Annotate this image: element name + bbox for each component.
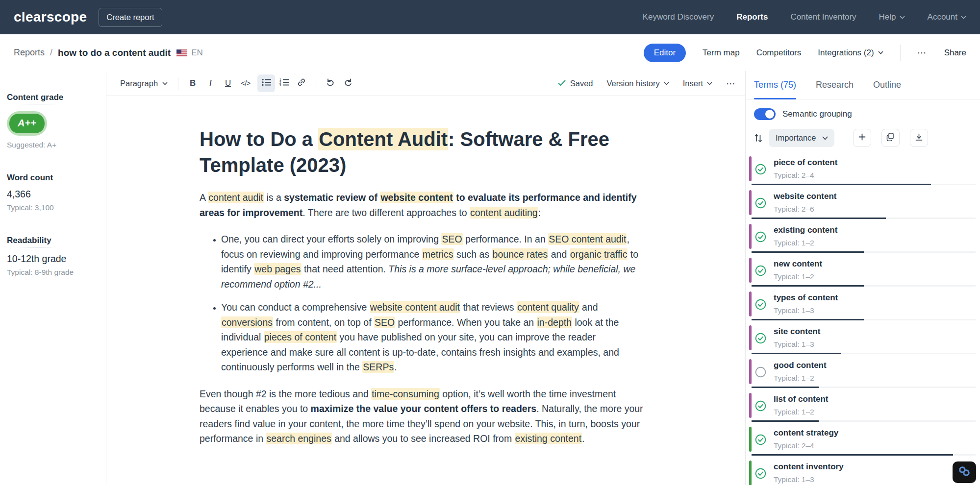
- document-title: How to Do a Content Audit: Software & Fr…: [200, 126, 645, 178]
- tab-competitors[interactable]: Competitors: [756, 48, 802, 58]
- term-row[interactable]: website content Typical: 2–6: [746, 188, 980, 221]
- term-check-icon: [755, 299, 766, 312]
- word-count-section: Word count 4,366 Typical: 3,100: [7, 173, 101, 212]
- tab-outline[interactable]: Outline: [873, 71, 901, 99]
- nav-label: Content Inventory: [790, 12, 856, 22]
- readability-section: Readability 10-12th grade Typical: 8-9th…: [7, 236, 101, 277]
- insert-dropdown[interactable]: Insert: [683, 79, 712, 88]
- document-paragraph: A content audit is a systematic review o…: [200, 190, 645, 220]
- terms-list[interactable]: piece of content Typical: 2–4 website co…: [746, 153, 980, 485]
- term-check-icon: [755, 231, 766, 244]
- word-count-label: Word count: [7, 173, 53, 183]
- header-more-button[interactable]: ⋯: [917, 47, 928, 58]
- term-name: existing content: [774, 225, 837, 235]
- term-typical-range: Typical: 1–3: [774, 306, 814, 315]
- terms-panel-tabs: Terms (75) Research Outline: [746, 71, 980, 99]
- breadcrumb-reports-link[interactable]: Reports: [14, 48, 45, 58]
- term-row[interactable]: existing content Typical: 1–2: [746, 221, 980, 255]
- copy-icon: [886, 133, 894, 143]
- content-grade-label: Content grade: [7, 93, 63, 104]
- tab-research[interactable]: Research: [816, 71, 854, 99]
- document-body[interactable]: How to Do a Content Audit: Software & Fr…: [200, 96, 645, 446]
- tab-integrations[interactable]: Integrations (2): [818, 48, 883, 58]
- term-name: piece of content: [774, 158, 837, 168]
- bullet-list-button[interactable]: [257, 74, 275, 92]
- term-row[interactable]: types of content Typical: 1–3: [746, 289, 980, 323]
- editor-toolbar: Paragraph B I U </> 123: [106, 71, 745, 96]
- tab-terms[interactable]: Terms (75): [754, 71, 796, 99]
- term-check-icon: [755, 265, 766, 278]
- nav-account[interactable]: Account: [928, 12, 966, 22]
- main-layout: Content grade A++ Suggested: A+ Word cou…: [0, 71, 980, 485]
- term-usage-fill: [752, 251, 864, 253]
- term-usage-fill: [752, 353, 841, 354]
- tab-label: Term map: [703, 48, 740, 58]
- tab-editor[interactable]: Editor: [644, 44, 686, 62]
- content-grade-section: Content grade A++ Suggested: A+: [7, 93, 101, 149]
- share-button[interactable]: Share: [944, 48, 966, 58]
- term-row[interactable]: new content Typical: 1–2: [746, 255, 980, 289]
- version-history-dropdown[interactable]: Version history: [607, 79, 669, 88]
- term-row[interactable]: site content Typical: 1–3: [746, 323, 980, 357]
- add-term-button[interactable]: [853, 129, 871, 147]
- term-row[interactable]: content inventory Typical: 1–3: [746, 458, 980, 485]
- term-group-color-bar: [749, 291, 752, 316]
- content-grade-badge: A++: [9, 114, 45, 133]
- insert-label: Insert: [683, 79, 703, 88]
- toolbar-divider: [178, 77, 178, 90]
- term-name: website content: [774, 192, 836, 201]
- term-name: new content: [774, 259, 822, 269]
- clearscope-logo[interactable]: clearscope: [14, 9, 87, 25]
- code-button[interactable]: </>: [237, 74, 254, 92]
- semantic-grouping-toggle[interactable]: [754, 108, 776, 120]
- editor-scroll-area[interactable]: How to Do a Content Audit: Software & Fr…: [106, 96, 745, 485]
- bold-button[interactable]: B: [184, 74, 201, 92]
- download-icon: [915, 133, 923, 143]
- chevron-down-icon: [822, 136, 828, 140]
- toolbar-divider: [316, 77, 316, 90]
- term-usage-track: [752, 184, 976, 185]
- top-navbar: clearscope Create report Keyword Discove…: [0, 0, 980, 34]
- create-report-button[interactable]: Create report: [99, 8, 162, 27]
- tab-term-map[interactable]: Term map: [703, 48, 740, 58]
- term-row[interactable]: piece of content Typical: 2–4: [746, 154, 980, 188]
- sort-direction-icon[interactable]: [754, 133, 763, 143]
- link-icon: [297, 78, 306, 89]
- term-row[interactable]: content strategy Typical: 2–4: [746, 424, 980, 458]
- nav-help[interactable]: Help: [879, 12, 905, 22]
- paragraph-style-dropdown[interactable]: Paragraph: [115, 74, 173, 92]
- toolbar-more-button[interactable]: ⋯: [726, 78, 736, 89]
- ordered-list-button[interactable]: 123: [275, 74, 293, 92]
- term-row[interactable]: list of content Typical: 1–2: [746, 390, 980, 424]
- term-typical-range: Typical: 1–3: [774, 340, 814, 349]
- clearscope-app: clearscope Create report Keyword Discove…: [0, 0, 980, 485]
- nav-reports[interactable]: Reports: [736, 12, 768, 22]
- nav-label: Account: [928, 12, 957, 22]
- toggle-knob: [765, 110, 774, 119]
- nav-keyword-discovery[interactable]: Keyword Discovery: [643, 12, 714, 22]
- word-count-typical: Typical: 3,100: [7, 203, 101, 212]
- redo-button[interactable]: [339, 74, 357, 92]
- term-usage-fill: [752, 285, 864, 287]
- importance-sort-dropdown[interactable]: Importance: [769, 129, 834, 147]
- undo-button[interactable]: [322, 74, 339, 92]
- plus-icon: [858, 133, 866, 143]
- term-usage-track: [752, 319, 976, 320]
- download-terms-button[interactable]: [910, 129, 928, 147]
- term-usage-track: [752, 251, 976, 253]
- underline-button[interactable]: U: [219, 74, 237, 92]
- nav-content-inventory[interactable]: Content Inventory: [790, 12, 856, 22]
- italic-button[interactable]: I: [201, 74, 219, 92]
- document-list-item: You can conduct a comprehensive website …: [221, 300, 645, 375]
- term-typical-range: Typical: 1–2: [774, 408, 814, 416]
- copy-terms-button[interactable]: [881, 129, 900, 147]
- term-row[interactable]: good content Typical: 1–2: [746, 357, 980, 390]
- term-check-icon: [755, 333, 766, 346]
- term-group-color-bar: [749, 156, 752, 181]
- redo-icon: [344, 78, 352, 89]
- term-group-color-bar: [749, 224, 752, 249]
- browser-extension-badge[interactable]: [953, 461, 976, 483]
- report-header: Reports / how to do a content audit EN E…: [0, 34, 980, 71]
- link-button[interactable]: [293, 74, 310, 92]
- undo-icon: [326, 78, 335, 89]
